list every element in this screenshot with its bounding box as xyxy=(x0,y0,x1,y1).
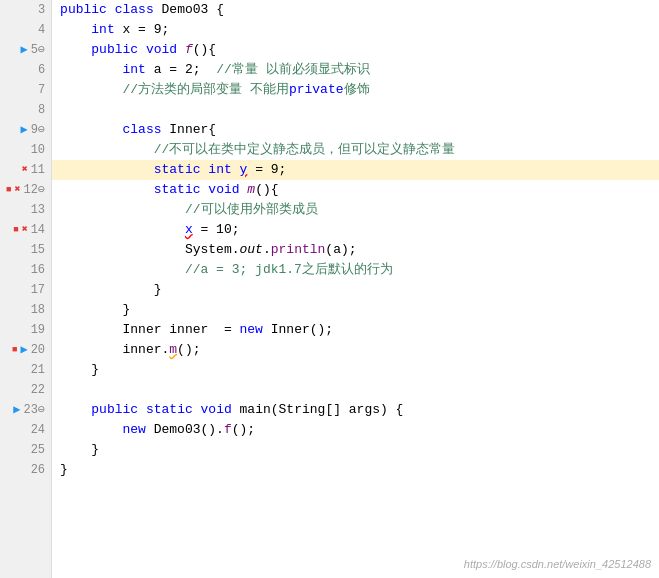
line-number-26: 26 xyxy=(6,460,45,480)
code-area: 3 4 ▶5⊖ 6 7 8 ▶9⊖ 10 ✖11 ■✖12⊖ 13 ■✖14 1… xyxy=(0,0,659,578)
code-line-15: System.out.println(a); xyxy=(52,240,659,260)
code-line-12: static void m(){ xyxy=(52,180,659,200)
line-number-10: 10 xyxy=(6,140,45,160)
code-line-19: Inner inner = new Inner(); xyxy=(52,320,659,340)
line-number-7: 7 xyxy=(6,80,45,100)
line-number-12: ■✖12⊖ xyxy=(6,180,45,200)
code-line-7: //方法类的局部变量 不能用private修饰 xyxy=(52,80,659,100)
code-line-24: new Demo03().f(); xyxy=(52,420,659,440)
code-line-5: public void f(){ xyxy=(52,40,659,60)
line-number-15: 15 xyxy=(6,240,45,260)
line-number-5: ▶5⊖ xyxy=(6,40,45,60)
code-line-8 xyxy=(52,100,659,120)
line-number-25: 25 xyxy=(6,440,45,460)
line-number-20: ■▶20 xyxy=(6,340,45,360)
line-number-21: 21 xyxy=(6,360,45,380)
code-line-13: //可以使用外部类成员 xyxy=(52,200,659,220)
line-number-22: 22 xyxy=(6,380,45,400)
line-number-17: 17 xyxy=(6,280,45,300)
code-line-26: } xyxy=(52,460,659,480)
code-line-23: public static void main(String[] args) { xyxy=(52,400,659,420)
line-number-11: ✖11 xyxy=(6,160,45,180)
line-number-4: 4 xyxy=(6,20,45,40)
line-number-16: 16 xyxy=(6,260,45,280)
code-line-22 xyxy=(52,380,659,400)
code-line-17: } xyxy=(52,280,659,300)
code-line-20: inner.m(); xyxy=(52,340,659,360)
code-line-25: } xyxy=(52,440,659,460)
code-line-18: } xyxy=(52,300,659,320)
line-number-18: 18 xyxy=(6,300,45,320)
watermark: https://blog.csdn.net/weixin_42512488 xyxy=(464,558,651,570)
code-lines: public class Demo03 { int x = 9; public … xyxy=(52,0,659,578)
line-number-24: 24 xyxy=(6,420,45,440)
code-line-14: x = 10; xyxy=(52,220,659,240)
code-line-3: public class Demo03 { xyxy=(52,0,659,20)
code-line-9: class Inner{ xyxy=(52,120,659,140)
line-numbers: 3 4 ▶5⊖ 6 7 8 ▶9⊖ 10 ✖11 ■✖12⊖ 13 ■✖14 1… xyxy=(0,0,52,578)
line-number-23: ▶23⊖ xyxy=(6,400,45,420)
line-number-14: ■✖14 xyxy=(6,220,45,240)
line-number-13: 13 xyxy=(6,200,45,220)
code-line-6: int a = 2; //常量 以前必须显式标识 xyxy=(52,60,659,80)
line-number-19: 19 xyxy=(6,320,45,340)
code-editor: 3 4 ▶5⊖ 6 7 8 ▶9⊖ 10 ✖11 ■✖12⊖ 13 ■✖14 1… xyxy=(0,0,659,578)
code-line-16: //a = 3; jdk1.7之后默认的行为 xyxy=(52,260,659,280)
code-line-21: } xyxy=(52,360,659,380)
line-number-6: 6 xyxy=(6,60,45,80)
line-number-9: ▶9⊖ xyxy=(6,120,45,140)
code-line-4: int x = 9; xyxy=(52,20,659,40)
line-number-8: 8 xyxy=(6,100,45,120)
code-line-10: //不可以在类中定义静态成员，但可以定义静态常量 xyxy=(52,140,659,160)
line-number-3: 3 xyxy=(6,0,45,20)
code-line-11: static int y = 9; xyxy=(52,160,659,180)
